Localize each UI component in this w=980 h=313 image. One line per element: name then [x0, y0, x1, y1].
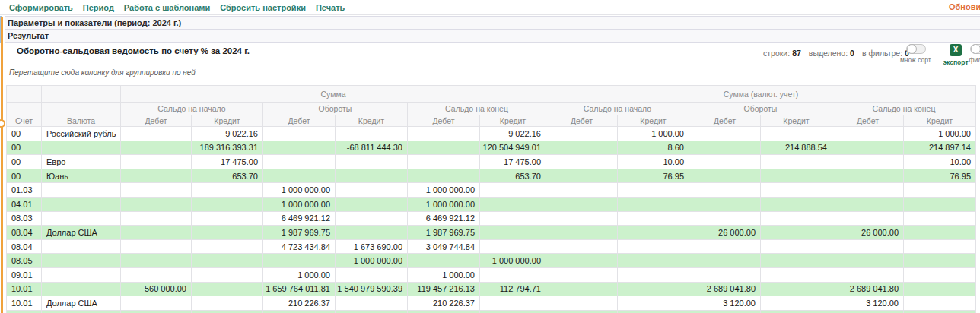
- value-cell[interactable]: 1 000.00: [618, 127, 689, 141]
- column-header-debit[interactable]: Дебет: [263, 115, 336, 127]
- value-cell[interactable]: [336, 296, 408, 311]
- value-cell[interactable]: [832, 127, 904, 141]
- table-row[interactable]: 08.04Доллар США1 987 969.751 987 969.752…: [7, 226, 976, 240]
- value-cell[interactable]: 189 316 393.31: [192, 141, 263, 155]
- value-cell[interactable]: [618, 254, 689, 268]
- value-cell[interactable]: [832, 197, 904, 211]
- value-cell[interactable]: 214 888.54: [761, 141, 832, 155]
- value-cell[interactable]: [263, 169, 336, 183]
- value-cell[interactable]: 1 000.00: [904, 127, 976, 141]
- value-cell[interactable]: [546, 211, 618, 226]
- currency-cell[interactable]: [42, 183, 121, 198]
- value-cell[interactable]: 76.95: [904, 169, 976, 183]
- value-cell[interactable]: [546, 183, 618, 198]
- table-row[interactable]: 00Российский рубль9 022.169 022.161 000.…: [7, 127, 976, 141]
- value-cell[interactable]: [904, 254, 976, 268]
- value-cell[interactable]: 1 000 000.00: [408, 183, 480, 198]
- value-cell[interactable]: 1 000 000.00: [263, 197, 336, 211]
- account-cell[interactable]: 08.03: [7, 211, 42, 226]
- currency-cell[interactable]: Доллар США: [42, 226, 121, 240]
- value-cell[interactable]: 76.95: [618, 169, 689, 183]
- value-cell[interactable]: 112 794.71: [480, 282, 546, 296]
- value-cell[interactable]: [761, 183, 832, 198]
- value-cell[interactable]: 1 000.00: [408, 267, 480, 282]
- currency-cell[interactable]: [42, 267, 121, 282]
- value-cell[interactable]: [408, 254, 480, 268]
- value-cell[interactable]: [121, 239, 192, 254]
- value-cell[interactable]: 10.00: [904, 155, 976, 169]
- value-cell[interactable]: [336, 310, 408, 313]
- value-cell[interactable]: [761, 226, 832, 240]
- value-cell[interactable]: [761, 127, 832, 141]
- column-header-credit[interactable]: Кредит: [336, 115, 408, 127]
- value-cell[interactable]: 1 000 000.00: [336, 254, 408, 268]
- value-cell[interactable]: [689, 127, 761, 141]
- value-cell[interactable]: [618, 296, 689, 311]
- column-header-credit[interactable]: Кредит: [761, 115, 832, 127]
- value-cell[interactable]: [618, 239, 689, 254]
- value-cell[interactable]: [121, 197, 192, 211]
- value-cell[interactable]: [689, 211, 761, 226]
- value-cell[interactable]: 653.70: [480, 169, 546, 183]
- value-cell[interactable]: [904, 226, 976, 240]
- value-cell[interactable]: [904, 296, 976, 311]
- currency-cell[interactable]: Доллар США: [42, 296, 121, 311]
- value-cell[interactable]: [904, 211, 976, 226]
- value-cell[interactable]: [618, 282, 689, 296]
- currency-cell[interactable]: [42, 254, 121, 268]
- account-cell[interactable]: 10.01: [7, 296, 42, 311]
- table-row[interactable]: 09.011 000.001 000.00: [7, 267, 976, 282]
- column-header-debit[interactable]: Дебет: [546, 115, 618, 127]
- menu-item-templates[interactable]: Работа с шаблонами: [124, 3, 210, 12]
- value-cell[interactable]: [832, 267, 904, 282]
- value-cell[interactable]: [761, 197, 832, 211]
- value-cell[interactable]: 1 000 000.00: [263, 183, 336, 198]
- value-cell[interactable]: 10.00: [618, 155, 689, 169]
- value-cell[interactable]: 210 226.37: [263, 296, 336, 311]
- value-cell[interactable]: [832, 183, 904, 198]
- column-header-debit[interactable]: Дебет: [121, 115, 192, 127]
- splitter-handle[interactable]: [0, 119, 5, 128]
- table-row[interactable]: 00Юань653.70653.7076.9576.95: [7, 169, 976, 183]
- value-cell[interactable]: [336, 197, 408, 211]
- value-cell[interactable]: [546, 267, 618, 282]
- value-cell[interactable]: [192, 211, 263, 226]
- value-cell[interactable]: [336, 169, 408, 183]
- value-cell[interactable]: [192, 282, 263, 296]
- value-cell[interactable]: [546, 155, 618, 169]
- value-cell[interactable]: 214 897.14: [904, 141, 976, 155]
- value-cell[interactable]: [761, 267, 832, 282]
- table-row[interactable]: 10.01Доллар США210 226.37210 226.373 120…: [7, 296, 976, 311]
- value-cell[interactable]: [618, 183, 689, 198]
- value-cell[interactable]: [546, 296, 618, 311]
- value-cell[interactable]: [121, 211, 192, 226]
- value-cell[interactable]: [192, 239, 263, 254]
- value-cell[interactable]: [408, 155, 480, 169]
- value-cell[interactable]: [121, 226, 192, 240]
- value-cell[interactable]: [263, 254, 336, 268]
- value-cell[interactable]: [546, 254, 618, 268]
- value-cell[interactable]: [121, 155, 192, 169]
- value-cell[interactable]: 1 000 000.00: [480, 254, 546, 268]
- menu-item-period[interactable]: Период: [83, 3, 114, 12]
- value-cell[interactable]: [761, 310, 832, 313]
- section-parameters-bar[interactable]: Параметры и показатели (период: 2024 г.): [5, 16, 980, 30]
- value-cell[interactable]: [480, 267, 546, 282]
- value-cell[interactable]: 26 000.00: [832, 226, 904, 240]
- table-row[interactable]: 04.011 000 000.001 000 000.00: [7, 197, 976, 211]
- value-cell[interactable]: [480, 310, 546, 313]
- value-cell[interactable]: 26 000.00: [689, 226, 761, 240]
- value-cell[interactable]: [408, 310, 480, 313]
- value-cell[interactable]: [618, 226, 689, 240]
- value-cell[interactable]: [904, 267, 976, 282]
- currency-cell[interactable]: Юань: [42, 169, 121, 183]
- value-cell[interactable]: 119 457 216.13: [408, 282, 480, 296]
- value-cell[interactable]: [336, 226, 408, 240]
- value-cell[interactable]: [832, 211, 904, 226]
- section-result-bar[interactable]: Результат: [5, 29, 980, 43]
- account-cell[interactable]: 10.01: [7, 282, 42, 296]
- value-cell[interactable]: [618, 211, 689, 226]
- value-cell[interactable]: [192, 310, 263, 313]
- table-row[interactable]: 00Евро17 475.0017 475.0010.0010.00: [7, 155, 976, 169]
- value-cell[interactable]: [546, 239, 618, 254]
